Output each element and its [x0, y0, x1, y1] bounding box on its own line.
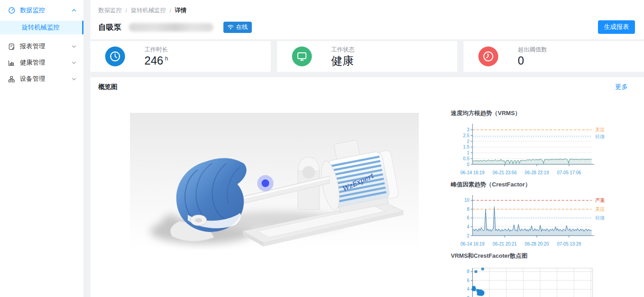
svg-text:6: 6: [467, 215, 469, 220]
breadcrumb-data-monitoring[interactable]: 数据监控: [98, 6, 122, 14]
chevron-down-icon: [72, 44, 76, 49]
clock-icon: [105, 46, 125, 66]
breadcrumb-current-detail: 详情: [175, 6, 186, 14]
chevron-down-icon: [72, 60, 76, 65]
stat-card-text: 超出阈值数 0: [518, 46, 547, 67]
svg-text:10: 10: [464, 198, 470, 203]
svg-text:0: 0: [467, 162, 469, 167]
sidebar-item-data-monitoring[interactable]: 数据监控: [0, 3, 83, 18]
svg-text:4: 4: [467, 224, 469, 229]
crestfactor-chart-title: 峰值因素趋势（CrestFactor）: [451, 181, 636, 189]
device-serial-redacted: [129, 23, 213, 32]
svg-text:轻微: 轻微: [595, 215, 605, 220]
svg-text:06-21 20:21: 06-21 20:21: [493, 241, 517, 246]
svg-text:1: 1: [467, 150, 469, 155]
stat-card-unit: h: [165, 56, 168, 62]
overview-title: 概览图: [98, 83, 117, 91]
device-name: 自吸泵: [98, 22, 121, 32]
online-status-label: 在线: [236, 23, 248, 31]
vrms-crestfactor-scatter-chart[interactable]: 0123456702468: [450, 264, 636, 297]
svg-text:0.5: 0.5: [463, 156, 469, 161]
vrms-chart-title: 速度均方根趋势（VRMS）: [451, 109, 636, 117]
page-header: 数据监控 / 旋转机械监控 / 详情 自吸泵 在线 生成报表: [90, 0, 644, 39]
breadcrumb: 数据监控 / 旋转机械监控 / 详情: [98, 6, 635, 14]
svg-text:严重: 严重: [595, 197, 605, 203]
sidebar-item-label: 报表管理: [20, 42, 72, 51]
svg-text:07-05 17:06: 07-05 17:06: [557, 170, 581, 175]
svg-text:关注: 关注: [595, 127, 605, 132]
chevron-down-icon: [72, 77, 76, 81]
vrms-trend-chart-block: 速度均方根趋势（VRMS） 00.511.522.53关注轻微06-14 16:…: [450, 109, 636, 177]
svg-text:4: 4: [467, 287, 469, 292]
chevron-up-icon: [72, 8, 76, 13]
generate-report-button[interactable]: 生成报表: [598, 20, 635, 34]
crestfactor-trend-chart[interactable]: 246810严重关注轻微06-14 16:1906-21 20:2106-28 …: [450, 192, 636, 248]
svg-text:3: 3: [467, 127, 469, 132]
svg-text:07-05 13:29: 07-05 13:29: [557, 241, 581, 246]
scatter-chart-title: VRMS和CrestFacoter散点图: [451, 252, 636, 260]
sidebar-item-rotating-machinery[interactable]: 旋转机械监控: [0, 21, 83, 34]
stopwatch-icon: [478, 46, 498, 66]
wifi-icon: [227, 24, 234, 30]
pump-3d-viewer[interactable]: WzExpert: [98, 91, 450, 297]
health-chart-icon: [8, 59, 15, 66]
svg-text:06-28 22:19: 06-28 22:19: [525, 170, 549, 175]
overview-body: WzExpert: [98, 91, 636, 297]
svg-text:8: 8: [467, 269, 469, 274]
sidebar-item-report-management[interactable]: 报表管理: [0, 39, 83, 54]
svg-text:8: 8: [467, 207, 469, 212]
svg-text:2: 2: [467, 233, 469, 238]
stat-card-text: 工作时长 246h: [144, 46, 168, 67]
stat-card-working-hours: 工作时长 246h: [90, 41, 271, 72]
svg-text:轻微: 轻微: [595, 134, 605, 139]
main-content: 数据监控 / 旋转机械监控 / 详情 自吸泵 在线 生成报表 工作时长 246h: [83, 0, 644, 297]
sidebar-item-label: 健康管理: [20, 59, 72, 67]
stat-card-label: 工作状态: [331, 46, 355, 54]
stat-card-value: 健康: [331, 54, 355, 67]
stat-card-label: 超出阈值数: [518, 46, 547, 54]
svg-text:06-14 16:19: 06-14 16:19: [460, 170, 485, 175]
device-title-row: 自吸泵 在线 生成报表: [98, 20, 635, 34]
svg-text:06-28 20:20: 06-28 20:20: [525, 241, 549, 246]
monitor-icon: [292, 46, 312, 66]
stat-cards-row: 工作时长 246h 工作状态 健康 超出阈值数 0: [90, 41, 644, 72]
crestfactor-trend-chart-block: 峰值因素趋势（CrestFactor） 246810严重关注轻微06-14 16…: [450, 181, 636, 248]
stat-card-label: 工作时长: [144, 46, 168, 54]
svg-text:关注: 关注: [595, 206, 605, 212]
charts-column: 速度均方根趋势（VRMS） 00.511.522.53关注轻微06-14 16:…: [450, 91, 636, 297]
overview-panel: 概览图 更多: [90, 77, 644, 297]
svg-text:2: 2: [467, 139, 469, 144]
breadcrumb-separator: /: [170, 7, 171, 14]
vrms-trend-chart[interactable]: 00.511.522.53关注轻微06-14 16:1906-21 23:560…: [450, 121, 636, 177]
sidebar-subitem-label: 旋转机械监控: [22, 23, 60, 32]
stat-card-value: 0: [518, 54, 547, 67]
sidebar-item-label: 数据监控: [20, 6, 72, 14]
breadcrumb-separator: /: [125, 7, 127, 14]
sensor-marker[interactable]: [257, 175, 273, 191]
stat-card-value: 246h: [144, 54, 168, 67]
svg-text:2.5: 2.5: [463, 133, 469, 138]
more-link[interactable]: 更多: [615, 83, 628, 91]
svg-text:06-21 23:56: 06-21 23:56: [493, 170, 517, 175]
device-icon: [8, 75, 15, 83]
sidebar-item-device-management[interactable]: 设备管理: [0, 71, 83, 87]
scatter-chart-block: VRMS和CrestFacoter散点图 0123456702468: [450, 252, 636, 297]
report-icon: [8, 43, 15, 50]
online-status-badge: 在线: [223, 22, 252, 33]
sidebar-item-health-management[interactable]: 健康管理: [0, 55, 83, 70]
svg-text:06-14 16:19: 06-14 16:19: [460, 241, 485, 246]
gauge-icon: [8, 7, 15, 14]
breadcrumb-rotating-machinery[interactable]: 旋转机械监控: [131, 6, 166, 14]
pump-3d-model: WzExpert: [130, 113, 419, 250]
stat-card-text: 工作状态 健康: [331, 46, 355, 67]
overview-header: 概览图 更多: [98, 83, 636, 91]
sidebar-item-label: 设备管理: [20, 75, 72, 83]
svg-text:1.5: 1.5: [463, 144, 469, 149]
stat-card-working-status: 工作状态 健康: [277, 41, 458, 72]
svg-text:6: 6: [467, 278, 469, 283]
sidebar: 数据监控 旋转机械监控 报表管理 健康管理 设备管理: [0, 0, 83, 297]
stat-card-threshold-exceeded: 超出阈值数 0: [463, 41, 644, 72]
